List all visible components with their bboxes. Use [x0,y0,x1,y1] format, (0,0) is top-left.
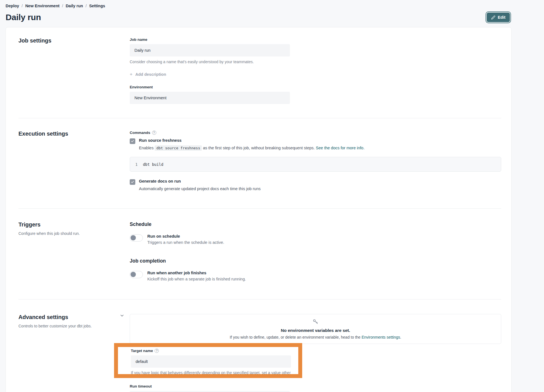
target-name-highlight-box: Target name ? If you have logic that beh… [114,343,302,378]
section-triggers: Triggers Configure when this job should … [18,208,501,299]
schedule-heading: Schedule [130,221,501,227]
job-name-helper: Consider choosing a name that's easily u… [130,60,501,64]
target-name-label-row: Target name ? [131,349,298,353]
run-source-freshness-checkbox[interactable] [130,138,135,144]
section-advanced-settings: Advanced settings Controls to better cus… [18,299,501,392]
target-name-input[interactable] [131,355,291,368]
execution-settings-left-column: Execution settings [18,131,130,191]
target-name-label: Target name [131,349,153,353]
run-timeout-input[interactable] [130,391,290,392]
run-when-job-finishes-row: Run when another job finishes Kickoff th… [130,271,501,281]
run-source-freshness-row: Run source freshness [130,138,501,144]
toggle-knob [131,272,136,277]
env-vars-desc: If you wish to define, update, or delete… [230,335,401,339]
generate-docs-row: Generate docs on run [130,179,501,185]
toggle-knob [131,235,136,240]
commands-label-row: Commands ? [130,131,501,135]
desc-text: . [400,335,401,339]
job-settings-form: Job name Consider choosing a name that's… [130,37,501,104]
breadcrumb-separator: / [62,4,63,8]
desc-text: as the first step of this job, without b… [202,146,316,150]
run-when-job-finishes-label: Run when another job finishes [147,271,246,275]
run-when-job-finishes-text: Run when another job finishes Kickoff th… [147,271,246,281]
commands-help-icon[interactable]: ? [152,131,156,135]
environment-input[interactable] [130,92,290,104]
breadcrumb-job[interactable]: Daily run [66,4,83,8]
edit-button[interactable]: Edit [487,13,510,22]
advanced-settings-left-column: Advanced settings Controls to better cus… [18,314,130,392]
run-when-job-finishes-toggle[interactable] [130,271,143,278]
check-icon [131,140,134,143]
generate-docs-checkbox[interactable] [130,179,135,185]
job-name-input[interactable] [130,44,290,56]
add-description-button[interactable]: + Add description [130,72,166,77]
environment-label: Environment [130,85,501,89]
run-on-schedule-label: Run on schedule [147,234,224,238]
advanced-settings-subtitle: Controls to better customize your dbt jo… [18,324,130,328]
execution-settings-form: Commands ? Run source freshness Enables … [130,131,501,191]
advanced-settings-heading: Advanced settings [18,314,130,320]
generate-docs-desc: Automatically generate updated project d… [139,186,501,191]
code-line-number: 1 [135,162,138,167]
breadcrumb-separator: / [22,4,23,8]
run-on-schedule-toggle[interactable] [130,234,143,242]
dbt-source-freshness-code: dbt source freshness [155,145,202,151]
pencil-icon [491,15,495,20]
check-icon [131,180,134,184]
env-vars-title: No environment variables are set. [281,328,350,333]
run-when-job-finishes-desc: Kickoff this job when a separate job is … [147,277,246,281]
code-text: dbt build [143,162,163,167]
section-execution-settings: Execution settings Commands ? Run source… [18,118,501,208]
run-source-freshness-label: Run source freshness [139,138,181,143]
run-on-schedule-text: Run on schedule Triggers a run when the … [147,234,224,245]
breadcrumb-separator: / [86,4,87,8]
chevron-down-icon[interactable] [120,313,124,318]
generate-docs-block: Generate docs on run Automatically gener… [130,179,501,191]
see-docs-link[interactable]: See the docs for more info. [316,146,365,150]
run-on-schedule-row: Run on schedule Triggers a run when the … [130,234,501,245]
plus-icon: + [130,72,133,77]
page-title: Daily run [6,13,41,22]
target-name-help-icon[interactable]: ? [155,349,159,353]
run-source-freshness-desc: Enables dbt source freshness as the firs… [139,146,501,150]
generate-docs-label: Generate docs on run [139,179,181,183]
desc-text: Enables [139,146,155,150]
job-settings-page: Deploy / New Environment / Daily run / S… [6,0,512,392]
page-header: Daily run Edit [6,13,512,22]
settings-card: Job settings Job name Consider choosing … [6,27,512,392]
section-job-settings: Job settings Job name Consider choosing … [18,27,501,118]
env-vars-empty-state: No environment variables are set. If you… [130,314,501,344]
breadcrumb-settings-current: Settings [89,4,105,8]
triggers-subtitle: Configure when this job should run. [18,231,130,236]
breadcrumb: Deploy / New Environment / Daily run / S… [6,0,512,8]
key-icon [313,319,318,326]
run-timeout-label: Run timeout [130,384,501,388]
job-settings-heading: Job settings [18,37,130,44]
execution-settings-heading: Execution settings [18,131,130,137]
triggers-form: Schedule Run on schedule Triggers a run … [130,221,501,281]
advanced-settings-form: No environment variables are set. If you… [130,314,501,392]
job-completion-heading: Job completion [130,258,501,264]
desc-text: If you wish to define, update, or delete… [230,335,362,339]
run-on-schedule-desc: Triggers a run when the schedule is acti… [147,240,224,245]
target-name-helper: If you have logic that behaves different… [131,370,294,378]
run-timeout-block: Run timeout Maximum number of seconds a … [130,384,501,392]
job-name-label: Job name [130,37,501,42]
add-description-label: Add description [135,72,166,77]
environments-settings-link[interactable]: Environments settings [362,335,400,339]
breadcrumb-deploy[interactable]: Deploy [6,4,19,8]
triggers-left-column: Triggers Configure when this job should … [18,221,130,281]
job-settings-left-column: Job settings [18,37,130,104]
breadcrumb-environment[interactable]: New Environment [25,4,59,8]
commands-code-editor: 1 dbt build [130,157,501,172]
triggers-heading: Triggers [18,221,130,228]
edit-button-label: Edit [498,15,505,20]
job-completion-block: Job completion Run when another job fini… [130,258,501,281]
commands-label: Commands [130,131,150,135]
